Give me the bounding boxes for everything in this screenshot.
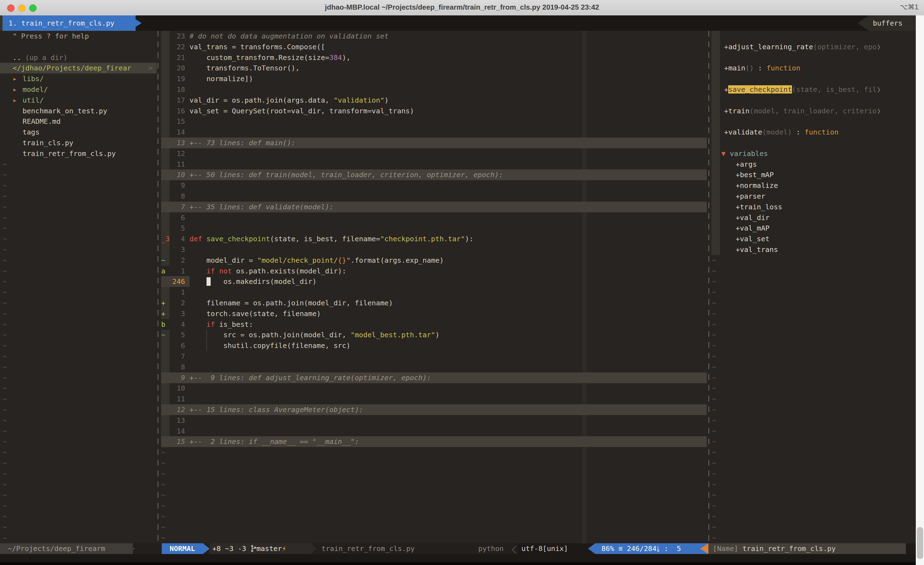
empty-line: ~ [159,511,707,522]
powerline-arrow-icon [203,543,210,554]
tab-train-retr-from-cls[interactable]: 1. train_retr_from_cls.py [3,15,136,31]
statusline-nerdtree-path: ~/Projects/deep_firearm [0,543,133,554]
tree-root[interactable]: </jdhao/Projects/deep_firear> [0,63,157,74]
line-position: 246/284 [627,544,657,553]
empty-line: ~ [711,287,916,298]
window-separator[interactable] [158,31,158,543]
window-separator[interactable] [708,31,709,543]
tag-entry-args[interactable]: +args [711,159,916,170]
git-status-segment: +8 ~3 -3 master⚡ [210,543,313,554]
chevron-left-icon [511,544,517,555]
code-window[interactable]: 23# do not do data augmentation on valid… [159,31,707,543]
gutter-sign: _3 [161,233,170,244]
code-line: 12 [159,148,707,159]
empty-line: ~ [0,469,157,479]
empty-line: ~ [159,532,707,543]
tree-item-train_cls.py[interactable]: train_cls.py [0,138,157,148]
empty-line: ~ [0,191,157,201]
empty-line: ~ [711,308,916,319]
folded-region[interactable]: 7+-- 35 lines: def validate(model): [159,201,707,212]
tree-help[interactable]: " Press ? for help [0,31,157,42]
lightning-icon: ⚡ [282,544,286,553]
statusline-filename: train_retr_from_cls.py [321,543,415,554]
tree-blank [0,42,157,52]
empty-line: ~ [0,351,157,362]
empty-line: ~ [0,244,157,255]
code-line: +2 filename = os.path.join(model_dir, fi… [159,298,707,308]
empty-line: ~ [711,500,916,511]
tag-entry-adjust_learning_rate[interactable]: +adjust_learning_rate(optimizer, epo❯ [711,42,916,52]
titlebar[interactable]: jdhao-MBP.local ~/Projects/deep_firearm/… [0,0,924,16]
tag-entry-train[interactable]: +train(model, train_loader, criterio❯ [711,106,916,116]
tagbar-window[interactable]: +adjust_learning_rate(optimizer, epo❯+ma… [711,31,916,543]
tag-entry-val_mAP[interactable]: +val_mAP [711,223,916,233]
tag-entry-main[interactable]: +main() : function [711,63,916,74]
tree-item-libs/[interactable]: ▸libs/ [0,74,157,84]
empty-line: ~ [711,383,916,394]
empty-line: ~ [0,415,157,426]
tag-entry-validate[interactable]: +validate(model) : function [711,127,916,138]
folded-region[interactable]: 9+-- 9 lines: def adjust_learning_rate(o… [159,373,707,383]
tagbar-filename: train_retr_from_cls.py [742,544,836,553]
empty-line: ~ [159,500,707,511]
empty-line: ~ [711,415,916,426]
empty-line: ~ [159,490,707,500]
tagbar-name-label: [Name] [713,544,738,553]
tagbar-statusline: [Name] train_retr_from_cls.py [708,543,910,554]
scrollbar-thumb[interactable] [917,527,923,559]
tree-item-benchmark_on_test.py[interactable]: benchmark_on_test.py [0,106,157,116]
folded-region[interactable]: 15+-- 2 lines: if __name__ == "__main__"… [159,436,707,447]
gutter-sign: ~ [161,329,170,340]
command-line[interactable] [0,554,924,562]
statusline-end [906,543,916,554]
code-line: +3 torch.save(state, filename) [159,308,707,319]
folded-region[interactable]: 10+-- 50 lines: def train(model, train_l… [159,170,707,180]
empty-line: ~ [0,159,157,170]
tag-entry-val_dir[interactable]: +val_dir [711,212,916,223]
tag-entry-parser[interactable]: +parser [711,191,916,201]
code-line: ~2 model_dir = "model/check_point/{}".fo… [159,255,707,266]
scrollbar-track[interactable] [916,15,924,565]
tree-item-train_retr_from_cls.py[interactable]: train_retr_from_cls.py [0,148,157,159]
empty-line: ~ [0,500,157,511]
empty-line: ~ [0,276,157,287]
code-line: ~5 src = os.path.join(model_dir, "model_… [159,329,707,340]
tag-entry-normalize[interactable]: +normalize [711,180,916,191]
tag-entry-variables[interactable]: ▼ variables [711,148,916,159]
tag-entry-best_mAP[interactable]: +best_mAP [711,170,916,180]
tag-entry-train_loss[interactable]: +train_loss [711,201,916,212]
empty-line: ~ [0,298,157,308]
tree-item-README.md[interactable]: README.md [0,116,157,127]
code-line: 16val_set = QuerySet(root=val_dir, trans… [159,106,707,116]
empty-line: ~ [0,170,157,180]
nerdtree-window[interactable]: " Press ? for help.. (up a dir)</jdhao/P… [0,31,157,543]
code-text: shutil.copyfile(filename, src) [189,340,351,351]
folded-region[interactable]: 12+-- 15 lines: class AverageMeter(objec… [159,404,707,415]
gutter-sign: + [161,308,170,319]
empty-line: ~ [0,522,157,532]
folded-region[interactable]: 13+-- 73 lines: def main(): [159,138,707,148]
empty-line: ~ [711,319,916,330]
gutter-sign: a [161,266,170,276]
empty-line: ~ [711,436,916,447]
terminal-window: jdhao-MBP.local ~/Projects/deep_firearm/… [0,0,924,565]
empty-line: ~ [711,351,916,362]
tree-item-tags[interactable]: tags [0,127,157,138]
tag-entry-val_trans[interactable]: +val_trans [711,244,916,255]
tree-updir[interactable]: .. (up a dir) [0,52,157,63]
column-number: 5 [677,544,681,553]
empty-line: ~ [711,469,916,479]
tree-item-model/[interactable]: ▸model/ [0,84,157,95]
editor-area: " Press ? for help.. (up a dir)</jdhao/P… [0,31,924,543]
tag-entry-val_set[interactable]: +val_set [711,233,916,244]
empty-line: ~ [0,404,157,415]
powerline-arrow-icon [310,543,317,554]
colon: : [664,544,668,553]
code-line: 20 transforms.ToTensor(), [159,63,707,74]
tree-item-util/[interactable]: ▸util/ [0,95,157,106]
code-text: if not os.path.exists(model_dir): [189,266,346,276]
tag-entry-save_checkpoint[interactable]: +save_checkpoint(state, is_best, fil❯ [711,84,916,95]
window-bottom-edge [0,562,924,565]
empty-line: ~ [711,394,916,404]
empty-line: ~ [0,490,157,500]
